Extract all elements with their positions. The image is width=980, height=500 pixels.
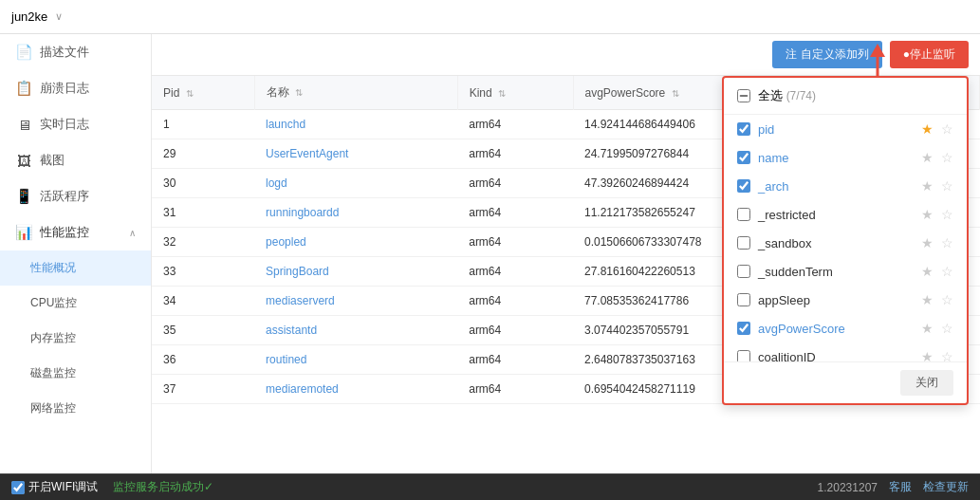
sidebar-item-demo-log[interactable]: 📋 崩溃日志 [0, 70, 151, 106]
star-filled-icon[interactable]: ★ [921, 150, 934, 165]
star-empty-icon[interactable]: ☆ [941, 121, 953, 137]
close-panel-button[interactable]: 关闭 [900, 370, 953, 396]
sidebar-item-active-app[interactable]: 📱 活跃程序 [0, 178, 151, 214]
cell-pid: 29 [152, 139, 254, 169]
service-status-label: 监控服务启动成功✓ [113, 479, 213, 495]
star-empty-icon[interactable]: ☆ [941, 292, 953, 307]
sidebar-item-label: 内存监控 [30, 330, 76, 346]
star-empty-icon[interactable]: ☆ [941, 178, 953, 194]
star-filled-icon[interactable]: ★ [921, 121, 934, 137]
dropdown-item[interactable]: pid★☆ [724, 115, 967, 143]
dropdown-panel: 全选 (7/74) pid★☆name★☆_arch★☆_restricted★… [722, 76, 969, 405]
select-all-checkbox[interactable] [737, 89, 750, 102]
cell-name[interactable]: UserEventAgent [254, 139, 457, 169]
sidebar-item-label: 网络监控 [30, 400, 76, 417]
top-bar: jun2ke ∨ [0, 0, 980, 34]
top-bar-arrow[interactable]: ∨ [55, 10, 63, 23]
star-filled-icon[interactable]: ★ [921, 178, 934, 194]
cell-name[interactable]: logd [254, 169, 457, 198]
dropdown-item[interactable]: _arch★☆ [724, 172, 967, 200]
wifi-checkbox[interactable] [11, 481, 25, 494]
dropdown-item-label-_restricted: _restricted [758, 208, 914, 222]
cell-kind: arm64 [457, 316, 573, 345]
star-empty-icon[interactable]: ☆ [941, 349, 953, 361]
checkbox-avgPowerScore[interactable] [737, 322, 750, 335]
checkbox-coalitionID[interactable] [737, 350, 750, 361]
dropdown-item[interactable]: _restricted★☆ [724, 200, 967, 229]
cell-name[interactable]: mediaremoted [254, 375, 457, 404]
checkbox-_sandbox[interactable] [737, 236, 750, 250]
cell-name[interactable]: routined [254, 345, 457, 375]
dropdown-item[interactable]: name★☆ [724, 143, 967, 172]
star-empty-icon[interactable]: ☆ [941, 150, 953, 165]
service-status: 监控服务启动成功✓ [113, 479, 213, 495]
star-filled-icon[interactable]: ★ [921, 292, 934, 307]
sidebar-item-cpu-monitor[interactable]: CPU监控 [0, 286, 151, 321]
star-empty-icon[interactable]: ☆ [941, 235, 953, 250]
star-filled-icon[interactable]: ★ [921, 235, 934, 250]
star-filled-icon[interactable]: ★ [921, 264, 934, 279]
svg-marker-1 [870, 44, 885, 57]
cell-name[interactable]: assistantd [254, 316, 457, 345]
realtime-log-icon: 🖥 [15, 117, 32, 133]
sidebar-item-realtime-log[interactable]: 🖥 实时日志 [0, 106, 151, 142]
sidebar-item-disk-monitor[interactable]: 磁盘监控 [0, 356, 151, 391]
checkbox-_arch[interactable] [737, 179, 750, 193]
checkbox-pid[interactable] [737, 122, 750, 136]
dropdown-item-label-pid: pid [758, 122, 914, 137]
sidebar-item-mem-monitor[interactable]: 内存监控 [0, 321, 151, 356]
cell-pid: 30 [152, 169, 254, 198]
screenshot-icon: 🖼 [15, 153, 32, 169]
checkbox-_suddenTerm[interactable] [737, 265, 750, 278]
sidebar-item-label: 磁盘监控 [30, 365, 76, 381]
stop-monitor-button[interactable]: ●停止监听 [890, 41, 969, 68]
cell-name[interactable]: SpringBoard [254, 257, 457, 287]
cell-kind: arm64 [457, 198, 573, 228]
dropdown-item-label-avgPowerScore: avgPowerScore [758, 322, 914, 336]
col-pid[interactable]: Pid ⇅ [152, 76, 254, 110]
dropdown-header: 全选 (7/74) [724, 78, 967, 115]
dropdown-item[interactable]: _suddenTerm★☆ [724, 257, 967, 286]
cell-name[interactable]: peopled [254, 228, 457, 257]
star-empty-icon[interactable]: ☆ [941, 264, 953, 279]
wifi-section: 开启WIFI调试 [11, 479, 98, 495]
cell-pid: 33 [152, 257, 254, 287]
dropdown-item[interactable]: appSleep★☆ [724, 286, 967, 314]
sidebar-item-label: 活跃程序 [40, 188, 89, 205]
checkbox-appSleep[interactable] [737, 293, 750, 306]
sidebar-item-describe[interactable]: 📄 描述文件 [0, 34, 151, 70]
star-empty-icon[interactable]: ☆ [941, 207, 953, 222]
cell-name[interactable]: runningboardd [254, 198, 457, 228]
checkbox-_restricted[interactable] [737, 208, 750, 221]
status-right: 1.20231207 客服 检查更新 [818, 479, 969, 495]
cell-pid: 37 [152, 375, 254, 404]
cell-name[interactable]: launchd [254, 110, 457, 139]
col-name[interactable]: 名称 ⇅ [254, 76, 457, 110]
checkbox-name[interactable] [737, 151, 750, 164]
star-filled-icon[interactable]: ★ [921, 321, 934, 336]
service-link[interactable]: 客服 [889, 479, 912, 495]
sidebar-item-perf-monitor[interactable]: 📊 性能监控 ∧ [0, 214, 151, 250]
col-kind[interactable]: Kind ⇅ [457, 76, 573, 110]
select-all-label[interactable]: 全选 (7/74) [758, 87, 816, 104]
dropdown-item[interactable]: avgPowerScore★☆ [724, 314, 967, 343]
dropdown-item[interactable]: coalitionID★☆ [724, 343, 967, 361]
cell-name[interactable]: mediaserverd [254, 287, 457, 316]
star-filled-icon[interactable]: ★ [921, 349, 934, 361]
update-link[interactable]: 检查更新 [923, 479, 969, 495]
star-empty-icon[interactable]: ☆ [941, 321, 953, 336]
dropdown-list: pid★☆name★☆_arch★☆_restricted★☆_sandbox★… [724, 115, 967, 361]
sidebar-item-perf-overview[interactable]: 性能概况 [0, 250, 151, 286]
toolbar: 注 自定义添加列 ●停止监听 [152, 34, 980, 76]
dropdown-item-label-name: name [758, 151, 914, 165]
cell-kind: arm64 [457, 375, 573, 404]
dropdown-item[interactable]: _sandbox★☆ [724, 229, 967, 257]
sidebar-item-screenshot[interactable]: 🖼 截图 [0, 142, 151, 178]
sidebar-item-net-monitor[interactable]: 网络监控 [0, 391, 151, 426]
sidebar-item-label: 截图 [40, 152, 65, 169]
cell-pid: 35 [152, 316, 254, 345]
top-bar-title: jun2ke [11, 9, 47, 24]
sort-icon: ⇅ [672, 88, 679, 99]
star-filled-icon[interactable]: ★ [921, 207, 934, 222]
dropdown-item-label-appSleep: appSleep [758, 293, 914, 307]
